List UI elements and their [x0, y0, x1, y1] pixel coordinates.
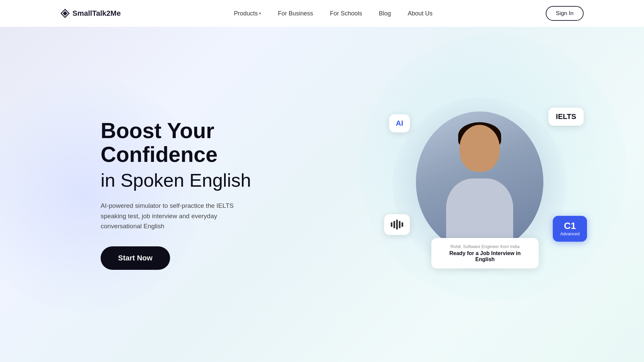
- nav-links: Products ▾ For Business For Schools Blog…: [234, 10, 432, 17]
- nav-blog[interactable]: Blog: [379, 10, 391, 17]
- logo-icon: [60, 9, 70, 18]
- hero-description: AI-powered simulator to self-practice th…: [101, 201, 255, 231]
- hero-image-area: AI IELTS C1 Advanced Rohit, Software Eng…: [382, 87, 577, 282]
- hero-subheadline: in Spoken English: [101, 169, 275, 191]
- floating-ai-tag: AI: [389, 114, 410, 132]
- person-head: [460, 125, 500, 172]
- floating-mic-tag: [384, 214, 410, 235]
- floating-c1-tag: C1 Advanced: [553, 216, 587, 242]
- sign-in-button[interactable]: Sign In: [546, 6, 584, 21]
- info-card-title: Ready for a Job Interview in English: [441, 250, 529, 262]
- nav-for-schools[interactable]: For Schools: [330, 10, 362, 17]
- nav-products[interactable]: Products ▾: [234, 10, 261, 17]
- hero-section: Boost Your Confidence in Spoken English …: [0, 27, 644, 362]
- waveform-icon: [391, 220, 403, 230]
- floating-ielts-tag: IELTS: [548, 108, 584, 126]
- logo[interactable]: SmallTalk2Me: [60, 9, 121, 18]
- c1-sublabel: Advanced: [560, 231, 580, 236]
- nav-for-business[interactable]: For Business: [278, 10, 313, 17]
- start-now-button[interactable]: Start Now: [101, 246, 170, 270]
- info-card-subtitle: Rohit, Software Engineer from India: [441, 244, 529, 249]
- hero-headline: Boost Your Confidence: [101, 119, 275, 166]
- person-silhouette: [423, 118, 537, 252]
- person-image: [416, 112, 543, 252]
- nav-about-us[interactable]: About Us: [408, 10, 433, 17]
- info-card: Rohit, Software Engineer from India Read…: [431, 238, 539, 268]
- navbar: SmallTalk2Me Products ▾ For Business For…: [0, 0, 644, 27]
- c1-level-label: C1: [560, 221, 580, 231]
- chevron-down-icon: ▾: [259, 11, 261, 16]
- brand-name: SmallTalk2Me: [72, 9, 121, 18]
- hero-text-block: Boost Your Confidence in Spoken English …: [101, 119, 275, 269]
